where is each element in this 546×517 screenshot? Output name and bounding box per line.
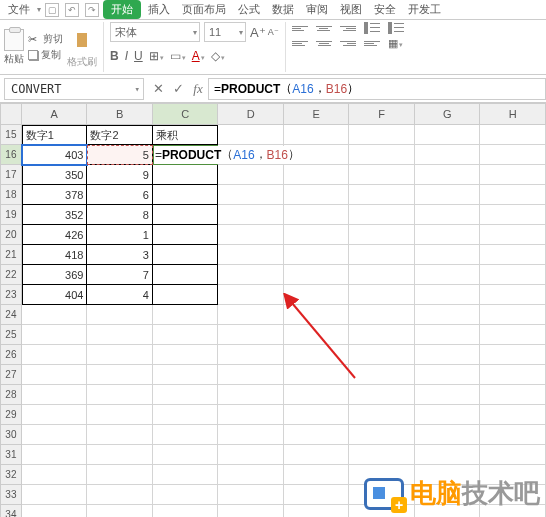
cell-C21[interactable] [153, 245, 219, 265]
align-top-button[interactable] [292, 22, 308, 34]
row-header-32[interactable]: 32 [0, 465, 22, 485]
paste-button[interactable]: 粘贴 [4, 29, 24, 66]
cell-C33[interactable] [153, 485, 219, 505]
cell-G25[interactable] [415, 325, 481, 345]
cell-C34[interactable] [153, 505, 219, 517]
cell-B15[interactable]: 数字2 [87, 125, 153, 145]
cell-B32[interactable] [87, 465, 153, 485]
cell-C32[interactable] [153, 465, 219, 485]
cell-B26[interactable] [87, 345, 153, 365]
indent-decrease-button[interactable] [364, 22, 380, 34]
font-grow-shrink[interactable]: A⁺A⁻ [250, 25, 279, 40]
cell-F21[interactable] [349, 245, 415, 265]
more-button[interactable]: ◇ [211, 49, 225, 63]
cell-G31[interactable] [415, 445, 481, 465]
cell-H22[interactable] [480, 265, 546, 285]
cell-H24[interactable] [480, 305, 546, 325]
cell-B22[interactable]: 7 [87, 265, 153, 285]
cell-B31[interactable] [87, 445, 153, 465]
cell-B18[interactable]: 6 [87, 185, 153, 205]
cell-F24[interactable] [349, 305, 415, 325]
cell-H29[interactable] [480, 405, 546, 425]
cell-E24[interactable] [284, 305, 350, 325]
menu-dev[interactable]: 开发工 [403, 0, 446, 19]
cell-C29[interactable] [153, 405, 219, 425]
cell-H26[interactable] [480, 345, 546, 365]
cell-A17[interactable]: 350 [22, 165, 88, 185]
fill-color-button[interactable]: ▭ [170, 49, 186, 63]
cell-B25[interactable] [87, 325, 153, 345]
cell-H31[interactable] [480, 445, 546, 465]
cell-H18[interactable] [480, 185, 546, 205]
cell-H15[interactable] [480, 125, 546, 145]
align-middle-button[interactable] [316, 22, 332, 34]
cell-A33[interactable] [22, 485, 88, 505]
cell-E32[interactable] [284, 465, 350, 485]
row-header-29[interactable]: 29 [0, 405, 22, 425]
font-name-select[interactable]: 宋体 [110, 22, 200, 42]
cell-G15[interactable] [415, 125, 481, 145]
fx-button[interactable]: fx [188, 81, 208, 97]
cell-C22[interactable] [153, 265, 219, 285]
row-header-28[interactable]: 28 [0, 385, 22, 405]
cell-E29[interactable] [284, 405, 350, 425]
cell-D28[interactable] [218, 385, 284, 405]
cell-F20[interactable] [349, 225, 415, 245]
cell-A22[interactable]: 369 [22, 265, 88, 285]
menu-start[interactable]: 开始 [103, 0, 141, 19]
cell-D32[interactable] [218, 465, 284, 485]
cell-A30[interactable] [22, 425, 88, 445]
align-left-button[interactable] [292, 37, 308, 49]
menu-layout[interactable]: 页面布局 [177, 0, 231, 19]
cell-G29[interactable] [415, 405, 481, 425]
cell-E21[interactable] [284, 245, 350, 265]
cell-H20[interactable] [480, 225, 546, 245]
cell-F16[interactable] [349, 145, 415, 165]
cell-G22[interactable] [415, 265, 481, 285]
cell-C31[interactable] [153, 445, 219, 465]
cell-A28[interactable] [22, 385, 88, 405]
cell-D27[interactable] [218, 365, 284, 385]
cell-C15[interactable]: 乘积 [153, 125, 219, 145]
cell-A24[interactable] [22, 305, 88, 325]
row-header-24[interactable]: 24 [0, 305, 22, 325]
cell-A25[interactable] [22, 325, 88, 345]
cell-A23[interactable]: 404 [22, 285, 88, 305]
cut-button[interactable]: 剪切 [28, 32, 63, 46]
cell-C26[interactable] [153, 345, 219, 365]
row-header-20[interactable]: 20 [0, 225, 22, 245]
menu-view[interactable]: 视图 [335, 0, 367, 19]
cell-H25[interactable] [480, 325, 546, 345]
cell-H28[interactable] [480, 385, 546, 405]
cell-E33[interactable] [284, 485, 350, 505]
cell-E15[interactable] [284, 125, 350, 145]
font-size-select[interactable]: 11 [204, 22, 246, 42]
cell-F18[interactable] [349, 185, 415, 205]
format-painter-button[interactable] [73, 25, 91, 55]
row-header-18[interactable]: 18 [0, 185, 22, 205]
cell-B29[interactable] [87, 405, 153, 425]
cell-E22[interactable] [284, 265, 350, 285]
col-header-G[interactable]: G [415, 103, 481, 125]
cell-D18[interactable] [218, 185, 284, 205]
col-header-F[interactable]: F [349, 103, 415, 125]
cell-B27[interactable] [87, 365, 153, 385]
justify-button[interactable] [364, 37, 380, 49]
cell-A27[interactable] [22, 365, 88, 385]
cell-E31[interactable] [284, 445, 350, 465]
bold-button[interactable]: B [110, 49, 119, 63]
cell-E34[interactable] [284, 505, 350, 517]
cell-D31[interactable] [218, 445, 284, 465]
qat-redo-icon[interactable]: ↷ [85, 3, 99, 17]
row-header-17[interactable]: 17 [0, 165, 22, 185]
cell-F22[interactable] [349, 265, 415, 285]
cell-F30[interactable] [349, 425, 415, 445]
cell-A18[interactable]: 378 [22, 185, 88, 205]
chevron-down-icon[interactable]: ▾ [37, 5, 41, 14]
cell-F26[interactable] [349, 345, 415, 365]
col-header-D[interactable]: D [218, 103, 284, 125]
cell-G20[interactable] [415, 225, 481, 245]
cell-G24[interactable] [415, 305, 481, 325]
cell-H16[interactable] [480, 145, 546, 165]
cell-F15[interactable] [349, 125, 415, 145]
